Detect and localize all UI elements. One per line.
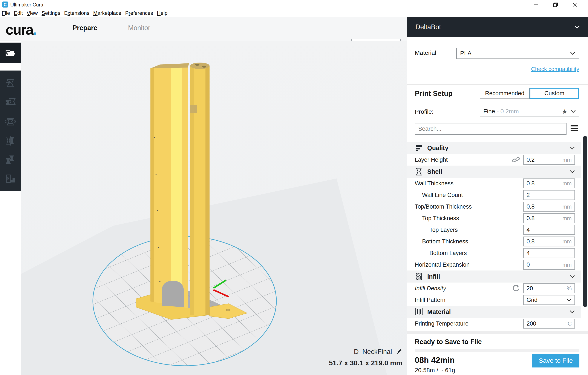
tool-per-model-settings-icon[interactable] — [4, 153, 17, 166]
setting-input-horizontal-expansion[interactable]: 0mm — [523, 260, 575, 270]
setting-label: Printing Temperature — [407, 320, 523, 327]
menu-view[interactable]: View — [27, 10, 38, 16]
chevron-down-icon — [567, 299, 572, 302]
print-setup-title: Print Setup — [415, 89, 453, 98]
divider — [407, 331, 588, 334]
tool-support-blocker-icon[interactable] — [4, 173, 17, 185]
tool-mirror-icon[interactable] — [4, 134, 17, 147]
setting-input-layer-height[interactable]: 0.2mm — [523, 155, 575, 165]
setting-value: 200 — [526, 320, 536, 327]
material-icon — [415, 308, 423, 316]
setting-input-bottom-thickness[interactable]: 0.8mm — [523, 236, 575, 246]
setting-input-wall-line-count[interactable]: 2 — [523, 190, 575, 200]
setting-row-top-thickness: Top Thickness0.8mm — [407, 213, 581, 224]
setting-row-bottom-thickness: Bottom Thickness0.8mm — [407, 236, 581, 247]
tab-monitor[interactable]: Monitor — [127, 24, 151, 32]
section-label: Shell — [427, 168, 570, 175]
section-header-infill[interactable]: Infill — [407, 270, 581, 283]
printer-name: DeltaBot — [415, 23, 441, 31]
material-label: Material — [415, 49, 436, 56]
settings-filter-icon[interactable] — [571, 125, 578, 132]
setting-unit: mm — [562, 204, 572, 210]
setting-value: 4 — [526, 250, 530, 257]
setting-value: 0.8 — [526, 180, 535, 187]
setting-input-wall-thickness[interactable]: 0.8mm — [523, 179, 575, 188]
setting-unit: mm — [562, 157, 572, 163]
material-dropdown[interactable]: PLA — [456, 48, 579, 59]
menu-file[interactable]: File — [2, 10, 10, 16]
menu-help[interactable]: Help — [157, 10, 168, 16]
viewport-3d[interactable] — [21, 41, 407, 375]
setting-row-wall-line-count: Wall Line Count2 — [407, 189, 581, 201]
title-bar: C Ultimaker Cura — [0, 0, 588, 10]
tool-scale-icon[interactable] — [4, 96, 17, 108]
section-header-material[interactable]: Material — [407, 306, 581, 318]
star-icon: ★ — [562, 108, 567, 115]
menu-bar: FileEditViewSettingsExtensionsMarketplac… — [0, 10, 588, 17]
tab-prepare[interactable]: Prepare — [71, 24, 99, 32]
edit-name-icon[interactable] — [395, 348, 402, 355]
printer-selector[interactable]: DeltaBot — [407, 17, 588, 37]
profile-value: Fine — [483, 108, 495, 115]
menu-edit[interactable]: Edit — [14, 10, 23, 16]
minimize-button[interactable] — [529, 0, 544, 10]
shell-icon — [415, 167, 423, 176]
menu-marketplace[interactable]: Marketplace — [93, 10, 121, 16]
minimize-icon — [533, 2, 539, 8]
chevron-down-icon — [574, 25, 580, 29]
cura-logo: cura. — [6, 21, 36, 38]
scrollbar-thumb[interactable] — [583, 136, 587, 307]
setting-input-top-bottom-thickness[interactable]: 0.8mm — [523, 202, 575, 212]
setting-value: 0.8 — [526, 238, 535, 245]
setting-unit: % — [567, 285, 572, 292]
setting-label: Wall Thickness — [407, 180, 523, 187]
open-file-button[interactable] — [0, 43, 21, 63]
status-text: Ready to Save to File — [415, 338, 482, 346]
tool-move-icon[interactable] — [4, 77, 17, 89]
menu-settings[interactable]: Settings — [42, 10, 60, 16]
setting-value: 4 — [526, 227, 530, 233]
mode-recommended-button[interactable]: Recommended — [480, 88, 530, 99]
setting-input-top-thickness[interactable]: 0.8mm — [523, 213, 575, 223]
setting-label: Infill Pattern — [407, 297, 523, 303]
setting-row-infill-pattern: Infill PatternGrid — [407, 294, 581, 306]
section-label: Quality — [427, 144, 570, 152]
section-header-shell[interactable]: Shell — [407, 166, 581, 178]
setting-input-top-layers[interactable]: 4 — [523, 225, 575, 235]
chevron-down-icon — [570, 170, 575, 173]
setting-unit: mm — [562, 261, 572, 268]
section-header-quality[interactable]: Quality — [407, 142, 581, 154]
menu-preferences[interactable]: Preferences — [125, 10, 153, 16]
setting-value: 0.8 — [526, 215, 535, 222]
restore-icon — [553, 2, 558, 8]
restore-button[interactable] — [548, 0, 563, 10]
setting-row-layer-height: Layer Height0.2mm — [407, 154, 581, 166]
check-compatibility-link[interactable]: Check compatibility — [531, 66, 579, 73]
tool-rotate-icon[interactable] — [4, 115, 17, 128]
time-estimate: 08h 42min — [415, 356, 455, 365]
profile-label: Profile: — [415, 108, 433, 115]
setting-value: 2 — [526, 192, 530, 198]
model-dimensions: 51.7 x 30.1 x 219.0 mm — [258, 359, 402, 367]
menu-extensions[interactable]: Extensions — [64, 10, 89, 16]
print-setup-mode-switch: Recommended Custom — [480, 88, 579, 99]
setting-label: Wall Line Count — [407, 192, 523, 198]
setting-row-printing-temperature: Printing Temperature200°C — [407, 318, 581, 329]
setting-unit: °C — [566, 320, 572, 327]
setting-row-infill-density: Infill Density20% — [407, 283, 581, 294]
progress-strip — [415, 349, 579, 352]
profile-dropdown[interactable]: Fine - 0.2mm ★ — [480, 106, 579, 117]
setting-dropdown-infill-pattern[interactable]: Grid — [523, 295, 575, 305]
setting-unit: mm — [562, 215, 572, 222]
mode-custom-button[interactable]: Custom — [530, 88, 579, 99]
save-to-file-button[interactable]: Save to File — [532, 354, 579, 367]
setting-input-bottom-layers[interactable]: 4 — [523, 248, 575, 258]
chevron-down-icon — [570, 310, 575, 313]
setting-label: Top Layers — [407, 227, 523, 233]
close-button[interactable] — [567, 0, 582, 10]
setting-input-printing-temperature[interactable]: 200°C — [523, 319, 575, 329]
search-input[interactable] — [415, 123, 566, 134]
reset-icon[interactable] — [512, 284, 520, 292]
setting-input-infill-density[interactable]: 20% — [523, 283, 575, 293]
chevron-down-icon — [571, 110, 576, 113]
